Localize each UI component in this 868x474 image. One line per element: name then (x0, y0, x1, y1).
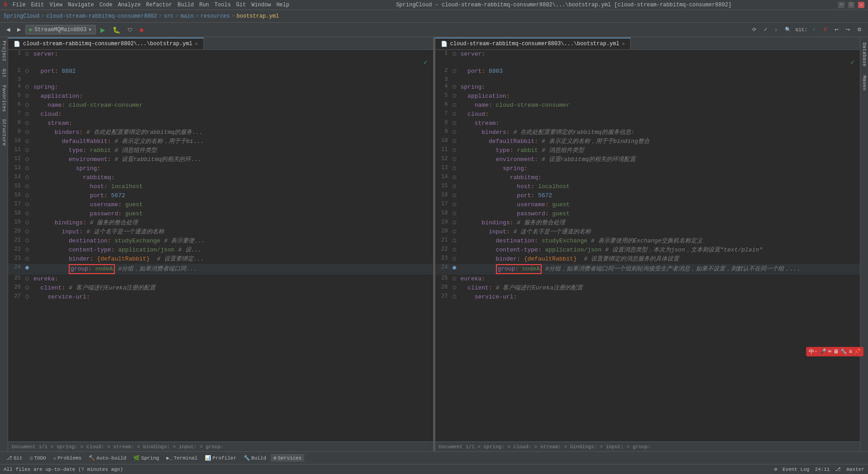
nav-main[interactable]: main (180, 13, 193, 19)
title-menu-file[interactable]: File (13, 2, 26, 8)
line-content: rabbitmq: (459, 173, 860, 182)
event-log-label[interactable]: Event Log (783, 467, 809, 472)
line-gutter (452, 67, 459, 76)
line-number: 14 (8, 173, 24, 182)
title-menu-git[interactable]: Git (236, 2, 246, 8)
git-bottom-tab[interactable]: ⎇ Git (4, 454, 25, 462)
spring-tab[interactable]: 🌿 Spring (131, 454, 162, 462)
toolbar-back-button[interactable]: ◀ (4, 26, 13, 33)
stop-button[interactable]: ■ (137, 25, 146, 34)
status-right: ⚙ Event Log 24:11 ⎇ master (774, 466, 864, 472)
left-code-editor[interactable]: 1 server: ✓ 2 port: 8802 (8, 50, 433, 441)
minimize-button[interactable]: ─ (838, 2, 844, 8)
settings-button[interactable]: ⚙ (854, 26, 864, 33)
title-menu-code[interactable]: Code (99, 2, 113, 8)
status-branch[interactable]: master (846, 467, 864, 472)
line-number: 17 (435, 200, 452, 209)
maximize-button[interactable]: □ (848, 2, 854, 8)
title-menu-navigate[interactable]: Navigate (68, 2, 94, 8)
right-breadcrumb-bar: Document 1/1 > spring: > cloud: > stream… (435, 441, 860, 451)
left-editor-tab[interactable]: 📄 cloud-stream-rabbitmq-consumer8802\...… (8, 38, 204, 49)
debug-button[interactable]: 🐛 (110, 25, 123, 34)
table-row: 26 client: # 客户端进行Eureka注册的配置 (435, 284, 860, 293)
nav-project[interactable]: SpringCloud (4, 13, 39, 19)
sougou-mic[interactable]: 🎤 (820, 348, 826, 355)
line-number: 22 (8, 246, 24, 255)
table-row: 8 stream: (8, 119, 433, 128)
line-gutter (452, 146, 459, 155)
toolbar-left: ◀ ▶ ▶ StreamMQMain8803 ▾ ▶ 🐛 🛡 ■ (4, 25, 146, 34)
terminal-tab[interactable]: ▶_ Terminal (164, 454, 200, 462)
title-menu-view[interactable]: View (49, 2, 62, 8)
run-button[interactable]: ▶ (98, 25, 108, 34)
status-message: All files are up-to-date (7 minutes ago) (4, 467, 123, 472)
title-menu-build[interactable]: Build (178, 2, 194, 8)
table-row: 12 environment: # 设置rabbitmq的相关的环境配置 (435, 155, 860, 164)
redo-button[interactable]: ↪ (843, 26, 853, 33)
line-content: name: cloud-stream-consumer (32, 101, 433, 110)
problems-tab[interactable]: ⚠ Problems (51, 454, 84, 462)
table-row: 22 content-type: application/json # 设置消息… (435, 246, 860, 255)
sidebar-structure-label[interactable]: Structure (0, 117, 8, 147)
coverage-button[interactable]: 🛡 (125, 26, 135, 33)
git-push-button[interactable]: ↑ (772, 26, 780, 33)
search-everywhere-button[interactable]: 🔍 (782, 26, 794, 33)
title-menu-window[interactable]: Window (251, 2, 271, 8)
close-button[interactable]: ✕ (858, 2, 864, 8)
line-content: cloud: (32, 110, 433, 119)
table-row: 6 name: cloud-stream-consumer (8, 101, 433, 110)
line-gutter (24, 137, 32, 146)
line-number: 13 (8, 164, 24, 173)
line-number: 15 (435, 182, 452, 191)
title-menu-run[interactable]: Run (199, 2, 209, 8)
sidebar-database-label[interactable]: Database (861, 41, 868, 68)
sougou-more[interactable]: ≡ (849, 349, 852, 355)
sougou-settings[interactable]: 🔧 (840, 348, 847, 355)
nav-src[interactable]: src (164, 13, 174, 19)
status-settings-icon[interactable]: ⚙ (774, 466, 777, 472)
line-number: 3 (8, 76, 24, 83)
title-menu-help[interactable]: Help (276, 2, 289, 8)
line-number: 16 (435, 191, 452, 200)
services-tab[interactable]: ⚙ Services (271, 454, 304, 462)
sougou-keyboard[interactable]: ⌨ (828, 348, 831, 355)
sougou-pin[interactable]: 📌 (854, 348, 861, 355)
sidebar-git-label[interactable]: Git (0, 67, 8, 80)
line-gutter (24, 293, 32, 302)
right-code-editor[interactable]: 1 server: ✓ 2 port: 8803 (435, 50, 860, 441)
right-editor-tab[interactable]: 📄 cloud-stream-rabbitmq-consumer8803\...… (435, 38, 631, 49)
git-x-button[interactable]: ✗ (821, 26, 830, 33)
line-gutter (24, 237, 32, 246)
git-commit-button[interactable]: ✓ (761, 26, 770, 33)
title-menu-edit[interactable]: Edit (31, 2, 44, 8)
toolbar-forward-button[interactable]: ▶ (14, 26, 24, 33)
split-editors: 📄 cloud-stream-rabbitmq-consumer8802\...… (8, 37, 860, 451)
git-checkmark-button[interactable]: ✓ (809, 26, 819, 33)
build-tab[interactable]: 🔧 Build (241, 454, 269, 462)
sidebar-project-label[interactable]: Project (0, 39, 8, 63)
right-tab-close[interactable]: ✕ (622, 41, 625, 47)
left-tab-label: cloud-stream-rabbitmq-consumer8802\...\b… (23, 41, 192, 47)
nav-file[interactable]: bootstrap.yml (236, 13, 279, 19)
sidebar-favorites-label[interactable]: Favorites (0, 83, 8, 114)
table-row: 11 type: rabbit # 消息组件类型 (435, 146, 860, 155)
sougou-widget[interactable]: 中· 🎤 ⌨ 🖥 🔧 ≡ 📌 (806, 347, 863, 356)
nav-resources[interactable]: resources (200, 13, 230, 19)
line-content: type: rabbit # 消息组件类型 (32, 146, 433, 155)
profiler-tab[interactable]: 📊 Profiler (202, 454, 239, 462)
sidebar-maven-label[interactable]: Maven (861, 74, 868, 92)
title-menu-tools[interactable]: Tools (214, 2, 231, 8)
undo-button[interactable]: ↩ (832, 26, 841, 33)
run-config-selector[interactable]: ▶ StreamMQMain8803 ▾ (25, 25, 96, 34)
nav-module[interactable]: cloud-stream-rabbitmq-consumer8802 (46, 13, 157, 19)
table-row: 25 eureka: (435, 275, 860, 284)
window-controls: ─ □ ✕ (838, 2, 864, 8)
git-update-button[interactable]: ⟳ (750, 26, 759, 33)
auto-build-tab[interactable]: 🔨 Auto-build (86, 454, 129, 462)
todo-tab[interactable]: ☑ TODO (27, 454, 49, 462)
title-menu-refactor[interactable]: Refactor (146, 2, 172, 8)
sougou-screen[interactable]: 🖥 (833, 348, 839, 355)
left-tab-close[interactable]: ✕ (195, 41, 198, 47)
table-row: 27 service-url: (8, 293, 433, 302)
title-menu-analyze[interactable]: Analyze (118, 2, 141, 8)
